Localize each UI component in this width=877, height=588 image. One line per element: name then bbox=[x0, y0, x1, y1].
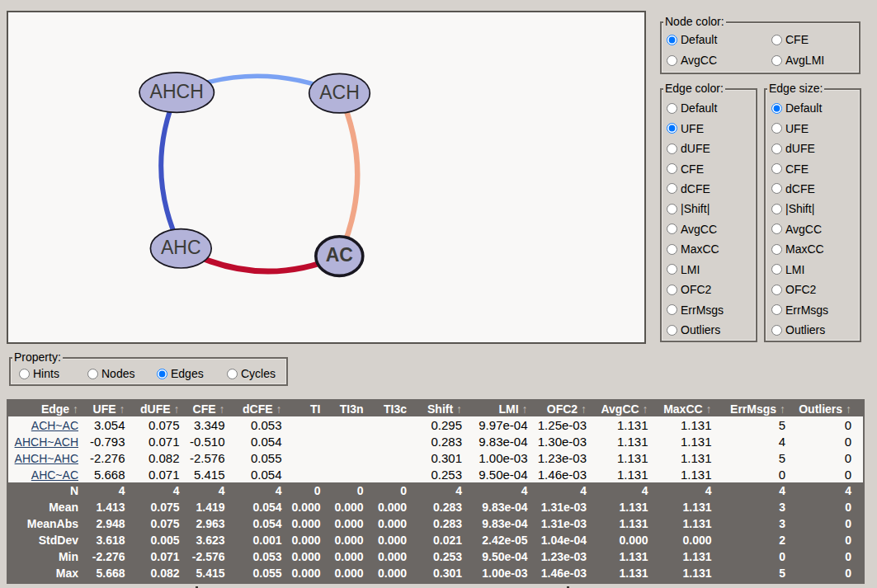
svg-text:AHC: AHC bbox=[161, 237, 201, 258]
svg-text:AHCH: AHCH bbox=[150, 81, 204, 102]
svg-text:AC: AC bbox=[326, 244, 353, 266]
svg-text:ACH: ACH bbox=[319, 82, 360, 103]
